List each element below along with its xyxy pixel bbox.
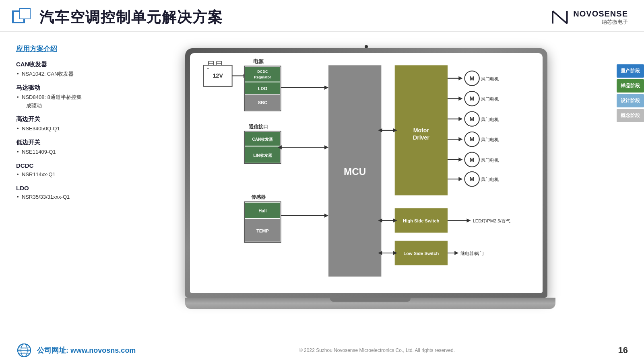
svg-text:LED灯/PM2.5/香气: LED灯/PM2.5/香气 bbox=[473, 218, 510, 223]
sidebar-section-highside: 高边开关 NSE34050Q-Q1 bbox=[16, 115, 117, 133]
page-number: 16 bbox=[618, 345, 628, 356]
website-label: 公司网址: bbox=[37, 346, 68, 354]
main-content: 应用方案介绍 CAN收发器 NSA1042: CAN收发器 马达驱动 NSD84… bbox=[0, 32, 644, 338]
svg-text:LIN收发器: LIN收发器 bbox=[253, 153, 272, 158]
stage-btn-production[interactable]: 量产阶段 bbox=[617, 64, 644, 78]
svg-text:Low Side Switch: Low Side Switch bbox=[404, 251, 439, 256]
svg-line-4 bbox=[553, 11, 568, 23]
laptop-screen: 12V + ─ bbox=[185, 48, 547, 298]
ldo-title: LDO bbox=[16, 185, 117, 191]
globe-icon bbox=[16, 342, 32, 358]
brand-logo: NOVOSENSE 纳芯微电子 bbox=[550, 9, 628, 26]
right-sidebar: 量产阶段 样品阶段 设计阶段 概念阶段 bbox=[612, 32, 644, 338]
sidebar-section-lowside: 低边开关 NSE11409-Q1 bbox=[16, 139, 117, 156]
footer-copyright: © 2022 Suzhou Novosense Microelectronics… bbox=[299, 348, 455, 353]
screen-bezel: 12V + ─ bbox=[190, 53, 543, 293]
stage-btn-sample[interactable]: 样品阶段 bbox=[617, 79, 644, 93]
sidebar-section-motor: 马达驱动 NSD8408: 8通道半桥控集 成驱动 bbox=[16, 84, 117, 110]
circuit-diagram: 12V + ─ bbox=[190, 53, 543, 293]
left-sidebar: 应用方案介绍 CAN收发器 NSA1042: CAN收发器 马达驱动 NSD84… bbox=[0, 32, 129, 338]
sidebar-section-can: CAN收发器 NSA1042: CAN收发器 bbox=[16, 61, 117, 78]
motor-item: NSD8408: 8通道半桥控集 成驱动 bbox=[16, 93, 117, 110]
website-url: www.novosns.com bbox=[70, 346, 136, 354]
svg-text:风门电机: 风门电机 bbox=[481, 76, 499, 81]
brand-cn: 纳芯微电子 bbox=[573, 19, 628, 26]
svg-marker-90 bbox=[458, 177, 462, 181]
svg-text:LDO: LDO bbox=[258, 86, 268, 91]
sidebar-section-dcdc: DCDC NSR114xx-Q1 bbox=[16, 162, 117, 179]
camera-dot bbox=[365, 45, 368, 48]
highside-item: NSE34050Q-Q1 bbox=[16, 125, 117, 133]
svg-text:风门电机: 风门电机 bbox=[481, 137, 499, 142]
highside-title: 高边开关 bbox=[16, 115, 117, 123]
laptop-frame: 12V + ─ bbox=[185, 48, 555, 322]
svg-text:通信接口: 通信接口 bbox=[249, 124, 268, 130]
dcdc-item: NSR114xx-Q1 bbox=[16, 171, 117, 179]
brand-text: NOVOSENSE 纳芯微电子 bbox=[573, 9, 628, 26]
svg-text:M: M bbox=[470, 176, 475, 182]
sidebar-title[interactable]: 应用方案介绍 bbox=[16, 44, 117, 53]
footer-website: 公司网址: www.novosns.com bbox=[37, 346, 136, 355]
svg-text:M: M bbox=[470, 156, 475, 163]
svg-text:风门电机: 风门电机 bbox=[481, 158, 499, 162]
svg-text:DCDC: DCDC bbox=[257, 70, 268, 74]
svg-text:+: + bbox=[207, 67, 209, 71]
svg-text:M: M bbox=[470, 75, 475, 82]
laptop-base bbox=[185, 298, 555, 309]
svg-text:M: M bbox=[470, 95, 475, 102]
svg-text:M: M bbox=[470, 136, 475, 142]
svg-text:TEMP: TEMP bbox=[256, 228, 269, 233]
stage-btn-concept[interactable]: 概念阶段 bbox=[617, 109, 644, 122]
svg-text:Hall: Hall bbox=[258, 208, 266, 213]
svg-text:电源: 电源 bbox=[253, 58, 264, 64]
stage-btn-design[interactable]: 设计阶段 bbox=[617, 94, 644, 107]
svg-text:传感器: 传感器 bbox=[251, 194, 266, 200]
svg-marker-95 bbox=[467, 218, 471, 222]
svg-text:继电器/阀门: 继电器/阀门 bbox=[460, 251, 484, 256]
svg-marker-70 bbox=[458, 97, 462, 101]
svg-marker-75 bbox=[458, 117, 462, 121]
page-footer: 公司网址: www.novosns.com © 2022 Suzhou Novo… bbox=[0, 338, 644, 362]
page-title: 汽车空调控制单元解决方案 bbox=[39, 8, 223, 27]
svg-text:风门电机: 风门电机 bbox=[481, 97, 499, 101]
svg-rect-2 bbox=[20, 9, 30, 19]
svg-text:─: ─ bbox=[227, 67, 230, 71]
svg-marker-65 bbox=[458, 76, 462, 80]
center-diagram: 12V + ─ bbox=[129, 32, 612, 338]
svg-rect-20 bbox=[245, 67, 280, 81]
svg-rect-11 bbox=[217, 61, 221, 64]
sidebar-section-ldo: LDO NSR35/33/31xxx-Q1 bbox=[16, 185, 117, 202]
svg-text:Regulator: Regulator bbox=[254, 75, 271, 79]
svg-text:风门电机: 风门电机 bbox=[481, 117, 499, 122]
company-logo-icon bbox=[12, 7, 32, 27]
svg-text:High Side Switch: High Side Switch bbox=[403, 218, 439, 223]
page-header: 汽车空调控制单元解决方案 NOVOSENSE 纳芯微电子 bbox=[0, 0, 644, 32]
svg-marker-80 bbox=[458, 137, 462, 141]
svg-text:MCU: MCU bbox=[344, 166, 366, 177]
svg-text:SBC: SBC bbox=[258, 100, 267, 105]
svg-marker-45 bbox=[324, 214, 328, 218]
lowside-title: 低边开关 bbox=[16, 139, 117, 146]
svg-marker-37 bbox=[324, 145, 328, 149]
svg-text:CAN收发器: CAN收发器 bbox=[252, 137, 273, 142]
header-left: 汽车空调控制单元解决方案 bbox=[12, 7, 223, 27]
svg-text:12V: 12V bbox=[213, 72, 223, 79]
brand-name: NOVOSENSE bbox=[573, 9, 628, 19]
svg-text:M: M bbox=[470, 116, 475, 122]
svg-rect-10 bbox=[208, 61, 213, 64]
dcdc-title: DCDC bbox=[16, 162, 117, 169]
svg-text:Motor: Motor bbox=[413, 127, 429, 134]
footer-left: 公司网址: www.novosns.com bbox=[16, 342, 136, 358]
svg-text:风门电机: 风门电机 bbox=[481, 177, 499, 182]
ldo-item: NSR35/33/31xxx-Q1 bbox=[16, 193, 117, 202]
motor-title: 马达驱动 bbox=[16, 84, 117, 92]
svg-marker-98 bbox=[454, 251, 458, 255]
lowside-item: NSE11409-Q1 bbox=[16, 148, 117, 156]
svg-text:Driver: Driver bbox=[413, 134, 429, 141]
svg-marker-85 bbox=[458, 158, 462, 162]
can-item: NSA1042: CAN收发器 bbox=[16, 70, 117, 78]
svg-marker-28 bbox=[324, 86, 328, 90]
can-title: CAN收发器 bbox=[16, 61, 117, 68]
